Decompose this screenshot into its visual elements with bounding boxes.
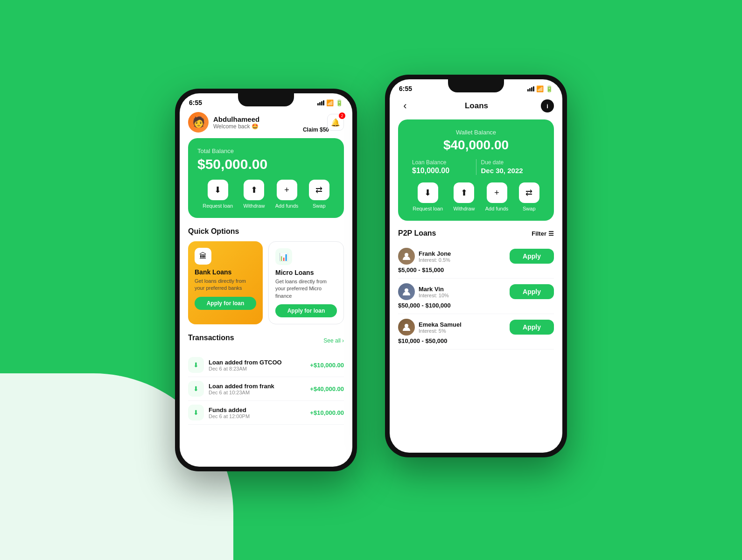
avatar: 🧑 (188, 112, 209, 133)
loan-balance-section: Loan Balance $10,000.00 (407, 159, 476, 175)
p2p-interest-3: Interest: 5% (419, 328, 462, 334)
user-info: 🧑 Abdulhameed Welcome back 🤩 (188, 112, 259, 133)
transaction-item-3: ⬇ Funds added Dec 6 at 12:00PM +$10,000.… (188, 401, 344, 425)
withdraw-btn[interactable]: ⬆ Withdraw (243, 180, 265, 209)
wallet-card: Wallet Balance $40,000.00 Loan Balance $… (398, 119, 554, 221)
tx-date-3: Dec 6 at 12:00PM (209, 413, 250, 419)
tx-amount-1: +$10,000.00 (310, 362, 344, 369)
add-funds-label: Add funds (275, 203, 299, 209)
p2p-person-3: Emeka Samuel Interest: 5% (398, 319, 462, 336)
loan-balance-amount: $10,000.00 (412, 167, 471, 175)
filter-button[interactable]: Filter ☰ (532, 230, 554, 237)
p2p-title: P2P Loans (398, 229, 436, 238)
wallet-add-funds-btn[interactable]: + Add funds (485, 182, 509, 211)
p2p-interest-2: Interest: 10% (419, 293, 449, 298)
p2p-person-1: Frank Jone Interest: 0.5% (398, 248, 451, 265)
p2p-header: P2P Loans Filter ☰ (398, 229, 554, 238)
balance-label: Total Balance (197, 147, 335, 154)
request-loan-icon: ⬇ (208, 180, 228, 200)
p2p-avatar-1 (398, 248, 415, 265)
info-button[interactable]: i (541, 99, 554, 112)
wallet-swap-icon: ⇄ (519, 182, 539, 203)
micro-loans-icon: 📊 (275, 248, 292, 265)
quick-options: 🏛 Bank Loans Get loans directly from you… (188, 241, 344, 324)
user-name: Abdulhameed (213, 115, 259, 123)
back-button[interactable]: ‹ (398, 99, 412, 113)
tx-icon-2: ⬇ (188, 381, 204, 397)
tx-icon-1: ⬇ (188, 357, 204, 373)
p2p-avatar-2 (398, 283, 415, 300)
notification-bell[interactable]: 🔔 2 (327, 114, 344, 131)
due-date-label: Due date (481, 159, 540, 166)
tx-text-2: Loan added from frank Dec 6 at 10:23AM (209, 383, 274, 395)
p2p-range-1: $5,000 - $15,000 (398, 266, 554, 273)
wallet-add-icon: + (487, 182, 507, 203)
p2p-top-2: Mark Vin Interest: 10% Apply (398, 283, 554, 300)
notch-1 (238, 93, 294, 106)
p2p-info-1: Frank Jone Interest: 0.5% (419, 250, 451, 263)
swap-icon: ⇄ (309, 180, 329, 200)
micro-loans-card: 📊 Micro Loans Get loans directly from yo… (268, 241, 344, 324)
wallet-swap-label: Swap (523, 206, 536, 211)
phone-1-content: 🧑 Abdulhameed Welcome back 🤩 🔔 2 Claim $… (180, 108, 352, 461)
add-funds-btn[interactable]: + Add funds (275, 180, 299, 209)
withdraw-label: Withdraw (243, 203, 265, 209)
request-loan-btn[interactable]: ⬇ Request loan (203, 180, 233, 209)
phones-container: 6:55 📶 🔋 🧑 (0, 0, 742, 560)
micro-loans-apply-btn[interactable]: Apply for loan (275, 304, 337, 317)
p2p-name-1: Frank Jone (419, 250, 451, 257)
p2p-person-2: Mark Vin Interest: 10% (398, 283, 449, 300)
time-2: 6:55 (399, 85, 412, 92)
due-date-value: Dec 30, 2022 (481, 167, 540, 175)
status-icons-1: 📶 🔋 (317, 99, 343, 106)
micro-loans-desc: Get loans directly from your preferred M… (275, 278, 337, 300)
svg-point-0 (405, 253, 408, 257)
wallet-request-label: Request loan (413, 206, 443, 211)
swap-btn[interactable]: ⇄ Swap (309, 180, 329, 209)
battery-icon-1: 🔋 (336, 99, 343, 106)
wallet-request-loan-btn[interactable]: ⬇ Request loan (413, 182, 443, 211)
transactions-list: ⬇ Loan added from GTCOO Dec 6 at 8:23AM … (188, 353, 344, 425)
action-buttons-1: ⬇ Request loan ⬆ Withdraw + Add funds (197, 180, 335, 209)
bank-loans-icon: 🏛 (195, 248, 211, 265)
phone-2-content: ‹ Loans i Wallet Balance $40,000.00 Loan… (390, 94, 562, 447)
balance-card: Claim $50 Total Balance $50,000.00 ⬇ Req… (188, 138, 344, 218)
wallet-swap-btn[interactable]: ⇄ Swap (519, 182, 539, 211)
tx-text-3: Funds added Dec 6 at 12:00PM (209, 406, 250, 419)
due-date-section: Due date Dec 30, 2022 (476, 159, 545, 175)
swap-label: Swap (313, 203, 326, 209)
p2p-top-1: Frank Jone Interest: 0.5% Apply (398, 248, 554, 265)
svg-point-1 (405, 288, 408, 292)
bank-loans-apply-btn[interactable]: Apply for loan (195, 297, 256, 310)
tx-left-2: ⬇ Loan added from frank Dec 6 at 10:23AM (188, 381, 274, 397)
p2p-name-2: Mark Vin (419, 286, 449, 293)
request-loan-label: Request loan (203, 203, 233, 209)
p2p-avatar-3 (398, 319, 415, 336)
tx-left-1: ⬇ Loan added from GTCOO Dec 6 at 8:23AM (188, 357, 282, 373)
p2p-item-3: Emeka Samuel Interest: 5% Apply $10,000 … (398, 314, 554, 350)
tx-amount-2: +$40,000.00 (310, 385, 344, 392)
battery-icon-2: 🔋 (546, 85, 553, 92)
p2p-apply-btn-1[interactable]: Apply (510, 249, 554, 264)
p2p-info-2: Mark Vin Interest: 10% (419, 286, 449, 298)
notification-badge: 2 (339, 112, 345, 119)
p2p-top-3: Emeka Samuel Interest: 5% Apply (398, 319, 554, 336)
add-funds-icon: + (277, 180, 297, 200)
wallet-withdraw-label: Withdraw (453, 206, 475, 211)
tx-amount-3: +$10,000.00 (310, 409, 344, 416)
time-1: 6:55 (189, 99, 202, 106)
see-all-btn[interactable]: See all › (323, 337, 344, 344)
wallet-withdraw-btn[interactable]: ⬆ Withdraw (453, 182, 475, 211)
bank-loans-card: 🏛 Bank Loans Get loans directly from you… (188, 241, 263, 324)
tx-text-1: Loan added from GTCOO Dec 6 at 8:23AM (209, 359, 282, 371)
wallet-actions: ⬇ Request loan ⬆ Withdraw + Add funds (407, 182, 545, 211)
p2p-apply-btn-3[interactable]: Apply (510, 320, 554, 335)
p2p-item-2: Mark Vin Interest: 10% Apply $50,000 - $… (398, 279, 554, 314)
tx-icon-3: ⬇ (188, 405, 204, 420)
wallet-withdraw-icon: ⬆ (454, 182, 474, 203)
tx-title-1: Loan added from GTCOO (209, 359, 282, 366)
bank-loans-title: Bank Loans (195, 268, 256, 276)
bank-loans-desc: Get loans directly from your preferred b… (195, 278, 256, 292)
p2p-apply-btn-2[interactable]: Apply (510, 284, 554, 299)
phone-1-screen: 6:55 📶 🔋 🧑 (180, 93, 352, 467)
